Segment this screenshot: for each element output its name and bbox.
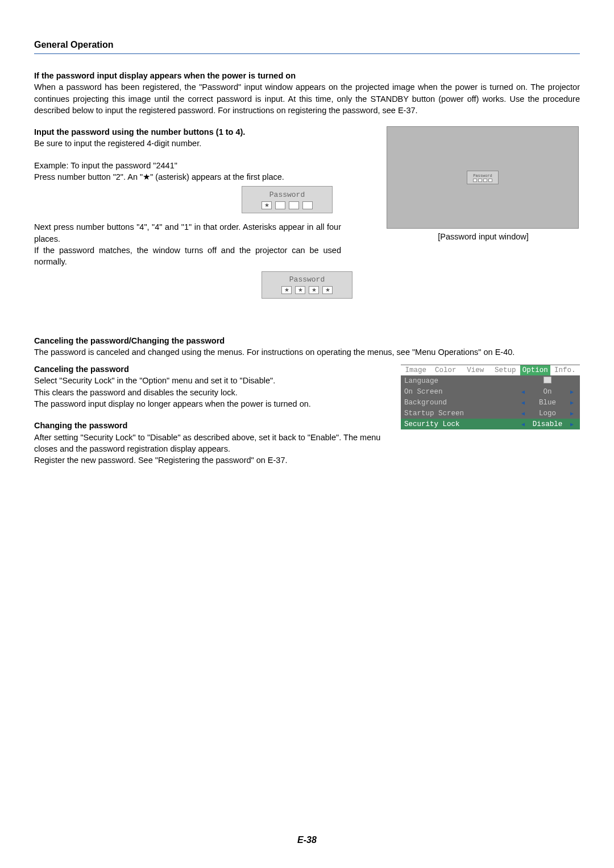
pw-small-cell (473, 179, 477, 182)
arrow-right-icon[interactable]: ▶ (567, 388, 576, 395)
para-match: If the password matches, the window turn… (34, 245, 341, 268)
arrow-left-icon[interactable]: ◀ (518, 388, 528, 395)
pw-cell: ★ (262, 201, 272, 209)
pw-cell (275, 201, 285, 209)
pw-small-cell (478, 179, 482, 182)
menu-value: On (528, 388, 567, 396)
heading-password-display: If the password input display appears wh… (34, 70, 580, 81)
pw-cell: ★ (309, 286, 319, 294)
tab-info[interactable]: Info. (550, 365, 580, 375)
tab-setup[interactable]: Setup (491, 365, 521, 375)
projector-screen: Password (387, 126, 579, 229)
password-window-screenshot: Password [Password input window] (387, 126, 580, 241)
pw-cell (289, 201, 299, 209)
tab-image[interactable]: Image (401, 365, 431, 375)
screenshot-caption: [Password input window] (387, 232, 580, 241)
tab-color[interactable]: Color (431, 365, 461, 375)
menu-key: Background (404, 399, 518, 407)
heading-canceling: Canceling the password (34, 363, 389, 375)
menu-tabs: Image Color View Setup Option Info. (401, 365, 580, 375)
menu-value (528, 377, 567, 386)
para-cancel-2: This clears the password and disables th… (34, 387, 389, 398)
menu-body: Language On Screen ◀ On ▶ Background ◀ B… (401, 375, 580, 429)
option-menu-screenshot: Image Color View Setup Option Info. Lang… (401, 365, 580, 429)
heading-cancel-change: Canceling the password/Changing the pass… (34, 335, 580, 346)
pw-cell (302, 201, 313, 209)
arrow-left-icon[interactable]: ◀ (518, 399, 528, 406)
menu-row-startup[interactable]: Startup Screen ◀ Logo ▶ (401, 408, 580, 419)
menu-value: Disable (528, 420, 567, 428)
menu-key: Startup Screen (404, 410, 518, 418)
para-change-2: Register the new password. See "Register… (34, 454, 389, 466)
password-label: Password (289, 275, 325, 284)
pw-small-cell (488, 179, 492, 182)
para-intro: When a password has been registered, the… (34, 81, 580, 116)
para-press441: Next press number buttons "4", "4" and "… (34, 221, 341, 245)
para-change-1: After setting "Security Lock" to "Disabl… (34, 432, 389, 455)
menu-key: On Screen (404, 388, 518, 396)
password-label: Password (269, 191, 305, 199)
para-cancel-intro: The password is canceled and changed usi… (34, 346, 580, 358)
para-cancel-1: Select "Security Lock" in the "Option" m… (34, 375, 389, 386)
pw-cell: ★ (281, 286, 292, 294)
password-dialog-1star: Password ★ (242, 186, 333, 213)
arrow-left-icon[interactable]: ◀ (518, 421, 528, 428)
arrow-left-icon[interactable]: ◀ (518, 410, 528, 417)
pw-small-cell (483, 179, 487, 182)
heading-changing: Changing the password (34, 420, 389, 431)
arrow-right-icon[interactable]: ▶ (567, 410, 576, 417)
enter-icon (544, 377, 551, 383)
tab-option[interactable]: Option (520, 365, 550, 375)
section-title: General Operation (34, 40, 580, 54)
menu-value: Blue (528, 399, 567, 407)
pw-cell: ★ (322, 286, 333, 294)
menu-key: Language (404, 377, 518, 385)
password-dialog-small: Password (467, 171, 499, 184)
menu-key: Security Lock (404, 420, 518, 428)
arrow-right-icon[interactable]: ▶ (567, 399, 576, 406)
pw-cell: ★ (295, 286, 305, 294)
menu-value: Logo (528, 410, 567, 418)
arrow-right-icon[interactable]: ▶ (567, 421, 576, 428)
tab-view[interactable]: View (460, 365, 491, 375)
menu-row-background[interactable]: Background ◀ Blue ▶ (401, 397, 580, 408)
menu-row-onscreen[interactable]: On Screen ◀ On ▶ (401, 386, 580, 397)
para-cancel-3: The password input display no longer app… (34, 398, 389, 410)
page-number: E-38 (0, 835, 614, 845)
password-label-small: Password (473, 173, 492, 178)
password-dialog-4star: Password ★ ★ ★ ★ (262, 271, 352, 299)
menu-row-security-lock[interactable]: Security Lock ◀ Disable ▶ (401, 419, 580, 429)
menu-row-language[interactable]: Language (401, 375, 580, 386)
